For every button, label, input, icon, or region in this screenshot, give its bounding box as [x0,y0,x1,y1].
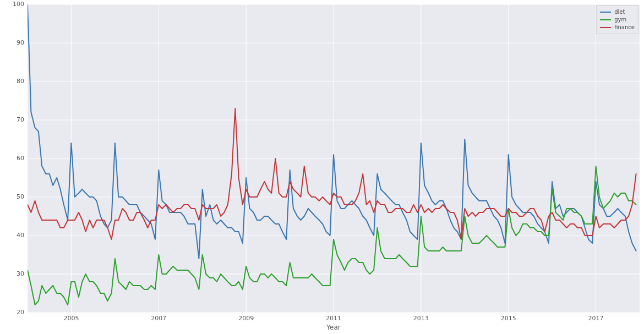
chart-container: 2030405060708090100 20052007200920112013… [0,0,644,334]
y-tick-label: 30 [0,270,24,277]
x-tick-label: 2009 [230,315,263,322]
legend-swatch-diet [600,12,611,13]
y-tick-label: 60 [0,155,24,162]
legend-label-gym: gym [614,16,626,24]
x-tick-label: 2015 [492,315,525,322]
x-axis-label: Year [28,324,640,331]
legend-label-finance: finance [614,24,635,31]
legend-item-diet: diet [600,8,635,16]
legend-item-finance: finance [600,24,635,31]
legend-item-gym: gym [600,16,635,24]
x-tick-label: 2005 [54,315,88,322]
legend-label-diet: diet [614,8,625,16]
x-tick-label: 2011 [317,315,350,322]
y-tick-label: 40 [0,232,24,239]
plot-area [28,4,640,313]
legend-swatch-gym [600,19,611,20]
y-tick-label: 20 [0,309,24,316]
legend-swatch-finance [600,27,611,28]
legend: diet gym finance [596,6,638,34]
x-tick-label: 2007 [142,315,175,322]
y-tick-label: 100 [0,1,24,8]
x-tick-label: 2013 [405,315,438,322]
x-tick-label: 2017 [580,315,613,322]
y-tick-label: 90 [0,39,24,46]
y-tick-label: 80 [0,78,24,85]
plot-svg [28,4,640,313]
y-tick-label: 50 [0,193,24,200]
y-tick-label: 70 [0,116,24,123]
